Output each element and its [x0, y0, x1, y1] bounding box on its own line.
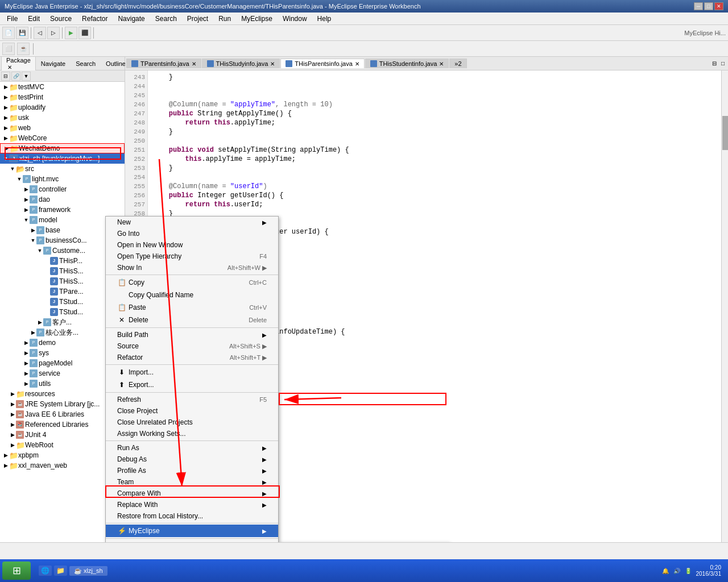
ctx-delete[interactable]: ✕ Delete Delete: [106, 314, 278, 326]
menu-search[interactable]: Search: [151, 14, 181, 24]
tree-item-usk[interactable]: ▶ 📁 usk: [0, 113, 125, 123]
start-button[interactable]: ⊞: [2, 562, 31, 580]
ctx-show-in-shortcut: Alt+Shift+W ▶: [228, 264, 267, 272]
ctx-go-into[interactable]: Go Into: [106, 228, 278, 239]
ctx-show-in[interactable]: Show In Alt+Shift+W ▶: [106, 262, 278, 273]
tab-close-thisParentsinfo[interactable]: ✕: [355, 61, 359, 67]
ctx-close-unrelated[interactable]: Close Unrelated Projects: [106, 417, 278, 428]
run-button[interactable]: ▶: [65, 27, 77, 39]
ctx-build-path[interactable]: Build Path ▶: [106, 329, 278, 340]
tree-item-src[interactable]: ▼ 📂 src: [0, 164, 125, 174]
close-button[interactable]: ✕: [714, 2, 723, 10]
folder-icon-WebCore: 📁: [9, 134, 18, 143]
debug-button[interactable]: ⬛: [78, 27, 91, 39]
ctx-refresh[interactable]: Refresh F5: [106, 394, 278, 405]
tree-item-dao[interactable]: ▶ P dao: [0, 194, 125, 205]
tree-item-lightmvc[interactable]: ▼ P light.mvc: [0, 174, 125, 184]
ctx-myeclipse[interactable]: ⚡ MyEclipse ▶: [106, 525, 278, 537]
ctx-compare-with[interactable]: Compare With ▶: [106, 488, 278, 499]
tab-package-close[interactable]: ✕: [7, 64, 12, 70]
title-text: MyEclipse Java Enterprise - xlzj_sh/src/…: [5, 3, 421, 10]
tree-item-uploadify[interactable]: ▶ 📁 uploadify: [0, 102, 125, 113]
java-icon-TPare: J: [50, 288, 58, 296]
ctx-copy[interactable]: 📋 Copy Ctrl+C: [106, 276, 278, 289]
arrow-service: ▶: [23, 371, 30, 376]
menu-help[interactable]: Help: [313, 14, 336, 24]
ctx-open-new-window[interactable]: Open in New Window: [106, 239, 278, 251]
ctx-import[interactable]: ⬇ Import...: [106, 366, 278, 379]
ctx-export[interactable]: ⬆ Export...: [106, 379, 278, 391]
link-editor-btn[interactable]: 🔗: [11, 72, 20, 81]
ctx-close-project-label: Close Project: [117, 407, 158, 415]
separator3: [93, 27, 94, 39]
editor-scrollbar[interactable]: [721, 70, 728, 542]
menu-window[interactable]: Window: [278, 14, 312, 24]
ctx-paste[interactable]: 📋 Paste Ctrl+V: [106, 301, 278, 314]
tab-thisParentsinfo[interactable]: THisParentsinfo.java ✕: [280, 59, 365, 68]
tab-navigate[interactable]: Navigate: [36, 59, 71, 68]
ctx-source[interactable]: Source Alt+Shift+S ▶: [106, 340, 278, 352]
ctx-properties[interactable]: Properties Alt+Enter: [106, 540, 278, 542]
menu-source[interactable]: Source: [46, 14, 76, 24]
ctx-run-as[interactable]: Run As ▶: [106, 442, 278, 454]
taskbar-active-app[interactable]: ☕ xlzj_sh: [69, 566, 107, 576]
tab-close-thisStudentinfo[interactable]: ✕: [439, 61, 444, 67]
perspective-btn[interactable]: ⬜: [2, 43, 15, 55]
tree-item-testMVC[interactable]: ▶ 📁 testMVC: [0, 82, 125, 92]
tab-close-tparentsinfo[interactable]: ✕: [192, 61, 196, 67]
menu-run[interactable]: Run: [214, 14, 235, 24]
ctx-restore-local[interactable]: Restore from Local History...: [106, 510, 278, 522]
ctx-new[interactable]: New ▶: [106, 217, 278, 228]
ctx-refactor[interactable]: Refactor Alt+Shift+T ▶: [106, 352, 278, 363]
pkg-icon-sys: P: [30, 349, 38, 357]
ctx-close-project[interactable]: Close Project: [106, 405, 278, 417]
tree-item-WebCore[interactable]: ▶ 📁 WebCore: [0, 133, 125, 143]
back-button[interactable]: ◁: [34, 27, 46, 39]
ctx-sep4: [106, 392, 278, 393]
tree-item-framework[interactable]: ▶ P framework: [0, 205, 125, 215]
pkg-icon-framework: P: [30, 206, 38, 214]
ctx-copy-qualified[interactable]: Copy Qualified Name: [106, 289, 278, 301]
tab-thisStudentinfo[interactable]: THisStudentinfo.java ✕: [365, 59, 449, 68]
ctx-team-arrow: ▶: [262, 479, 267, 485]
menu-myeclipse[interactable]: MyEclipse: [237, 14, 277, 24]
taskbar-icon-2[interactable]: 📁: [54, 566, 67, 576]
tab-tparentsinfo[interactable]: TParentsinfo.java ✕: [126, 59, 201, 68]
tree-item-xlzj[interactable]: ▼ J xlzj_sh [trunk/springMvc...]: [0, 153, 125, 164]
ctx-profile-as[interactable]: Profile As ▶: [106, 465, 278, 476]
forward-button[interactable]: ▷: [47, 27, 60, 39]
tree-item-controller[interactable]: ▶ P controller: [0, 184, 125, 194]
ctx-debug-as[interactable]: Debug As ▶: [106, 454, 278, 465]
collapse-all-btn[interactable]: ⊟: [1, 72, 10, 81]
tab-search[interactable]: Search: [71, 59, 101, 68]
ctx-profile-as-label: Profile As: [117, 467, 146, 475]
menu-navigate[interactable]: Navigate: [113, 14, 149, 24]
tab-package[interactable]: Package ✕: [1, 57, 36, 72]
tab-label-thisParentsinfo: THisParentsinfo.java: [295, 60, 353, 67]
save-button[interactable]: 💾: [16, 27, 28, 39]
menu-project[interactable]: Project: [183, 14, 213, 24]
tab-thisStudyinfo[interactable]: THisStudyinfo.java ✕: [202, 59, 280, 68]
scrollbar-thumb[interactable]: [722, 116, 728, 150]
menu-refactor[interactable]: Refactor: [77, 14, 112, 24]
view-menu-btn[interactable]: ▼: [22, 72, 31, 81]
tree-item-web[interactable]: ▶ 📁 web: [0, 123, 125, 133]
taskbar-icon-1[interactable]: 🌐: [39, 566, 52, 576]
menu-edit[interactable]: Edit: [23, 14, 44, 24]
ctx-open-type-hierarchy[interactable]: Open Type Hierarchy F4: [106, 251, 278, 262]
ctx-assign-working-sets[interactable]: Assign Working Sets...: [106, 428, 278, 439]
maximize-editor-btn[interactable]: ⊟: [710, 60, 719, 66]
tree-item-testPrint[interactable]: ▶ 📁 testPrint: [0, 92, 125, 102]
restore-editor-btn[interactable]: □: [719, 60, 727, 66]
code-line-247: public String getApplyTime() {: [152, 109, 717, 118]
tree-item-WechatDemo[interactable]: ▶ 📁 WechatDemo: [0, 143, 125, 153]
ctx-replace-with[interactable]: Replace With ▶: [106, 499, 278, 510]
ctx-team[interactable]: Team ▶: [106, 476, 278, 488]
tab-overflow[interactable]: »2: [449, 59, 466, 68]
maximize-button[interactable]: □: [704, 2, 713, 10]
tab-close-thisStudyinfo[interactable]: ✕: [270, 61, 275, 67]
menu-file[interactable]: File: [2, 14, 22, 24]
minimize-button[interactable]: ─: [694, 2, 703, 10]
java-perspective-btn[interactable]: ☕: [17, 43, 30, 55]
new-button[interactable]: 📄: [2, 27, 15, 39]
